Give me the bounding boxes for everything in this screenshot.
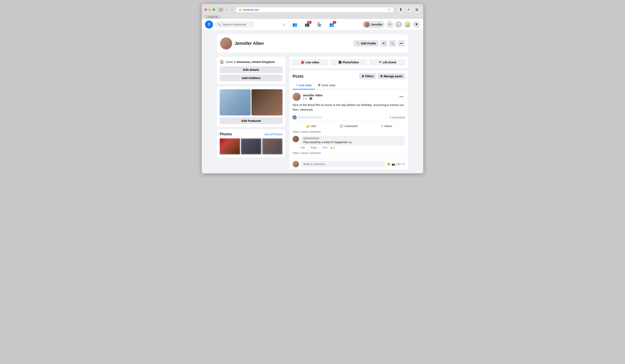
nav-marketplace-btn[interactable]: 🏪 bbox=[314, 21, 325, 28]
search-placeholder: Search Facebook bbox=[222, 23, 246, 26]
facebook-navbar: f 🔍 Search Facebook ⌂ 👥 📺 9+ 🏪 👥 7 bbox=[202, 19, 423, 30]
emoji-icon[interactable]: 🙂 bbox=[387, 163, 390, 166]
camera-icon[interactable]: 📷 bbox=[392, 163, 395, 166]
user-profile-pill[interactable]: Jennifer bbox=[362, 21, 385, 28]
featured-photos-grid bbox=[220, 89, 282, 115]
location-card: 🏠 Lives in Swansea, United Kingdom Edit … bbox=[217, 57, 285, 84]
main-content: Jennifer Allen ✏️ Edit Profile 👁 🔍 ••• � bbox=[202, 30, 423, 173]
messenger-btn[interactable]: 💬 bbox=[395, 21, 402, 28]
post-time: 1 hr bbox=[303, 97, 307, 100]
sidebar-toggle-btn[interactable]: ⊟ bbox=[218, 7, 223, 12]
filters-icon: ⚙ bbox=[362, 75, 364, 78]
view-profile-btn[interactable]: 👁 bbox=[380, 40, 387, 47]
forward-btn[interactable]: › bbox=[230, 7, 234, 12]
close-dot[interactable] bbox=[205, 8, 207, 11]
menu-btn[interactable]: ▼ bbox=[413, 21, 420, 28]
location-text: Lives in Swansea, United Kingdom bbox=[226, 60, 275, 63]
posts-title: Posts bbox=[293, 74, 303, 79]
filters-btn[interactable]: ⚙ Filters bbox=[359, 73, 376, 79]
groups-badge: 7 bbox=[333, 21, 336, 24]
see-all-photos-link[interactable]: See All Photos bbox=[264, 133, 282, 136]
search-icon: 🔍 bbox=[218, 23, 221, 26]
facebook-logo[interactable]: f bbox=[205, 21, 213, 28]
featured-card: Edit Featured bbox=[217, 86, 285, 127]
comment-text: That would be a treat if it happened. xx bbox=[303, 140, 403, 144]
new-tab-btn[interactable]: + bbox=[405, 6, 412, 13]
post-reactions: 👍 3 comments bbox=[293, 114, 405, 121]
nav-home-btn[interactable]: ⌂ bbox=[280, 21, 288, 28]
post-time-row: 1 hr · 👥 bbox=[303, 97, 396, 100]
comment-input[interactable]: Write a comment... bbox=[301, 161, 385, 167]
photo-placeholder-beach bbox=[220, 89, 251, 115]
edit-featured-btn[interactable]: Edit Featured bbox=[220, 117, 282, 124]
lock-icon: 🔒 bbox=[239, 8, 242, 11]
comment-like-action[interactable]: Like bbox=[301, 146, 305, 149]
comment-icon: 💬 bbox=[340, 124, 343, 128]
view-more-comments-1[interactable]: View 1 more comment bbox=[293, 129, 405, 134]
like-icon: 👍 bbox=[306, 124, 309, 128]
comment-reply-action[interactable]: Reply bbox=[311, 146, 317, 149]
comment-btn[interactable]: 💬 Comment bbox=[330, 123, 367, 129]
list-icon: ≡ bbox=[296, 84, 298, 87]
share-btn[interactable]: ⬆ bbox=[397, 6, 404, 13]
edit-details-btn[interactable]: Edit details bbox=[220, 66, 282, 73]
nav-watch-btn[interactable]: 📺 9+ bbox=[301, 21, 313, 28]
post-action-buttons: 👍 Like 💬 Comment ↗ Share bbox=[293, 123, 405, 129]
profile-header-actions: ✏️ Edit Profile 👁 🔍 ••• bbox=[354, 40, 405, 47]
gif-icon[interactable]: GIF bbox=[396, 163, 401, 166]
reaction-count: 👍 bbox=[293, 115, 322, 119]
maximize-dot[interactable] bbox=[213, 8, 215, 11]
comment-content: That would be a treat if it happened. xx… bbox=[301, 136, 405, 149]
refresh-icon[interactable]: ↻ bbox=[388, 8, 390, 11]
life-event-btn[interactable]: 🏳 Life Event bbox=[369, 59, 406, 66]
audience-icon: 👥 bbox=[310, 97, 312, 100]
sticker-icon[interactable]: 🏷 bbox=[402, 163, 405, 166]
notifications-btn[interactable]: 🔔 bbox=[404, 21, 411, 28]
reaction-placeholder bbox=[298, 116, 322, 118]
post-more-btn[interactable]: ••• bbox=[398, 94, 405, 100]
nav-center: ⌂ 👥 📺 9+ 🏪 👥 7 bbox=[280, 21, 338, 28]
posts-header: Posts ⚙ Filters ⚙ Manage posts bbox=[289, 70, 408, 79]
pencil-icon: ✏️ bbox=[356, 42, 360, 45]
like-emoji: 👍 bbox=[293, 115, 297, 119]
comment-like-count: 👍 1 bbox=[330, 146, 335, 149]
comment-input-row: Write a comment... 🙂 📷 GIF 🏷 bbox=[289, 159, 408, 169]
nav-groups-btn[interactable]: 👥 7 bbox=[326, 21, 338, 28]
like-btn[interactable]: 👍 Like bbox=[293, 123, 329, 129]
share-btn[interactable]: ↗ Share bbox=[368, 123, 405, 129]
search-bar[interactable]: 🔍 Search Facebook bbox=[215, 21, 255, 28]
windows-btn[interactable]: ⧉ bbox=[413, 6, 420, 13]
nav-right: Jennifer + 💬 🔔 ▼ bbox=[362, 21, 420, 28]
minimize-dot[interactable] bbox=[209, 8, 211, 11]
url-text: facebook.com bbox=[243, 8, 259, 11]
comments-count[interactable]: 3 comments bbox=[390, 116, 405, 119]
post-author-name: Jennifer Allen bbox=[303, 93, 396, 97]
nav-friends-btn[interactable]: 👥 bbox=[289, 21, 301, 28]
post-item: Jennifer Allen 1 hr · 👥 ••• Nice of the … bbox=[289, 89, 408, 159]
grid-view-tab[interactable]: ⊞ Grid view bbox=[315, 81, 339, 89]
photos-grid bbox=[220, 138, 282, 154]
add-btn[interactable]: + bbox=[386, 21, 393, 28]
live-video-btn[interactable]: 🔴 Live video bbox=[292, 59, 328, 66]
photos-header: Photos See All Photos bbox=[220, 132, 282, 136]
search-profile-btn[interactable]: 🔍 bbox=[389, 40, 396, 47]
list-view-tab[interactable]: ≡ List view bbox=[293, 81, 315, 89]
view-more-comments-2[interactable]: View 1 more comment bbox=[293, 151, 405, 155]
address-bar[interactable]: 🔒 facebook.com ↻ bbox=[235, 7, 394, 12]
comment-bubble: That would be a treat if it happened. xx bbox=[301, 136, 405, 145]
post-meta: Jennifer Allen 1 hr · 👥 bbox=[303, 93, 396, 100]
more-profile-btn[interactable]: ••• bbox=[398, 40, 405, 47]
grid-icon: ⊞ bbox=[318, 83, 320, 87]
photos-title: Photos bbox=[220, 132, 232, 136]
photo-thumb-3 bbox=[262, 138, 282, 154]
active-tab[interactable]: Facebook bbox=[205, 15, 221, 19]
user-name: Jennifer bbox=[371, 23, 383, 26]
back-btn[interactable]: ‹ bbox=[225, 7, 228, 12]
browser-titlebar: ⊟ ‹ › 🔒 facebook.com ↻ ⬆ + ⧉ Facebook bbox=[202, 4, 423, 19]
browser-controls: ⊟ ‹ › 🔒 facebook.com ↻ ⬆ + ⧉ bbox=[205, 6, 420, 13]
photo-video-btn[interactable]: 🖼 Photo/Video bbox=[330, 59, 367, 66]
post-action-row: 🔴 Live video 🖼 Photo/Video 🏳 Life Event bbox=[292, 59, 406, 66]
edit-profile-btn[interactable]: ✏️ Edit Profile bbox=[354, 40, 379, 47]
profile-name: Jennifer Allen bbox=[235, 41, 264, 46]
add-hobbies-btn[interactable]: Add Hobbies bbox=[220, 75, 282, 81]
